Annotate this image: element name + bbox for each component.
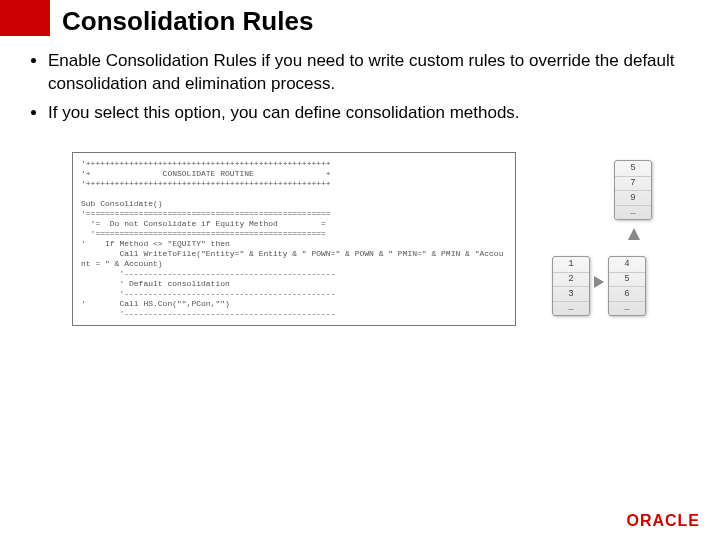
keypad-digit: 5 xyxy=(609,272,645,287)
keypad-more: … xyxy=(553,301,589,316)
keypad-digit: 5 xyxy=(615,161,651,176)
arrow-right-icon xyxy=(594,276,604,288)
keypad-digit: 3 xyxy=(553,286,589,301)
bullet-item: Enable Consolidation Rules if you need t… xyxy=(48,50,700,96)
source-entity-block: 1 2 3 … xyxy=(552,256,590,316)
code-sample-frame: '+++++++++++++++++++++++++++++++++++++++… xyxy=(72,152,516,326)
bullet-item: If you select this option, you can defin… xyxy=(48,102,700,125)
arrow-up-icon xyxy=(628,228,640,240)
bullet-list: Enable Consolidation Rules if you need t… xyxy=(28,50,700,131)
brand-accent-bar xyxy=(0,0,50,36)
code-sample: '+++++++++++++++++++++++++++++++++++++++… xyxy=(81,159,507,319)
keypad-more: … xyxy=(609,301,645,316)
oracle-logo: ORACLE xyxy=(626,512,700,530)
keypad-digit: 7 xyxy=(615,176,651,191)
keypad-digit: 1 xyxy=(553,257,589,272)
keypad-more: … xyxy=(615,205,651,220)
intermediate-entity-block: 4 5 6 … xyxy=(608,256,646,316)
keypad-digit: 2 xyxy=(553,272,589,287)
slide-title: Consolidation Rules xyxy=(62,6,313,37)
keypad-digit: 9 xyxy=(615,190,651,205)
keypad-digit: 6 xyxy=(609,286,645,301)
consolidated-entity-block: 5 7 9 … xyxy=(614,160,652,220)
keypad-digit: 4 xyxy=(609,257,645,272)
